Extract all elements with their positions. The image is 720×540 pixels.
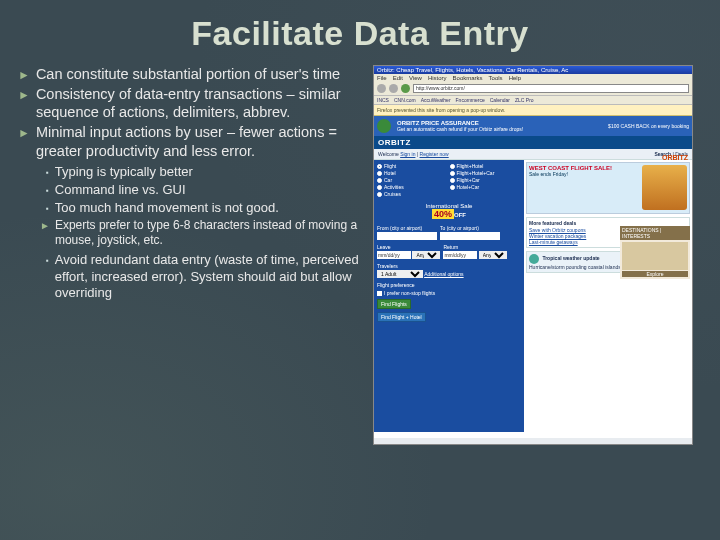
weather-heading: Tropical weather update	[542, 255, 599, 261]
return-label: Return	[443, 244, 506, 250]
square-bullet-icon: ▪	[46, 168, 49, 180]
menu-item[interactable]: History	[428, 75, 447, 81]
nonstop-checkbox[interactable]: I prefer non-stop flights	[377, 290, 521, 296]
browser-screenshot: Orbitz: Cheap Travel, Flights, Hotels, V…	[373, 65, 693, 445]
find-flight-hotel-button[interactable]: Find Flight + Hotel	[377, 312, 426, 322]
radio-label: Hotel	[384, 170, 396, 176]
radio-label: Flight+Hotel+Car	[457, 170, 495, 176]
bookmark-item[interactable]: Fncommerce	[456, 97, 485, 103]
bullet-1: Can constitute substantial portion of us…	[36, 65, 340, 83]
hurricane-icon	[529, 254, 539, 264]
menu-item[interactable]: Tools	[489, 75, 503, 81]
radio-flight-hotel[interactable]: Flight+Hotel	[450, 163, 522, 169]
intl-off: OFF	[454, 212, 466, 218]
checkbox-label: I prefer non-stop flights	[384, 290, 435, 296]
search-panel: Flight Hotel Car Activities Cruises Flig…	[374, 160, 524, 432]
radio-label: Activities	[384, 184, 404, 190]
menu-item[interactable]: File	[377, 75, 387, 81]
destinations-panel: DESTINATIONS | INTERESTS Explore	[620, 226, 690, 279]
menu-item[interactable]: View	[409, 75, 422, 81]
radio-label: Car	[384, 177, 392, 183]
bullet-arrow-icon: ►	[40, 220, 50, 248]
square-bullet-icon: ▪	[46, 186, 49, 198]
square-bullet-icon: ▪	[46, 204, 49, 216]
radio-hotel-car[interactable]: Hotel+Car	[450, 184, 522, 190]
sub-bullet-3: Too much hand movement is not good.	[55, 200, 279, 216]
radio-flight[interactable]: Flight	[377, 163, 449, 169]
pref-label: Flight preference	[377, 282, 521, 288]
leave-label: Leave	[377, 244, 440, 250]
radio-car[interactable]: Car	[377, 177, 449, 183]
bookmarks-bar: INCS CNN.com AccuWeather Fncommerce Cale…	[374, 96, 692, 105]
travelers-select[interactable]: 1 Adult	[377, 270, 423, 278]
radio-label: Cruises	[384, 191, 401, 197]
intl-sale-banner[interactable]: International Sale 40%OFF	[377, 201, 521, 221]
site-logo[interactable]: ORBITZ	[374, 136, 692, 149]
to-label: To (city or airport)	[440, 225, 500, 231]
sub-bullet-1: Typing is typically better	[55, 164, 193, 180]
return-time-select[interactable]: Anytime	[479, 251, 507, 259]
intl-percent: 40%	[432, 209, 454, 219]
signin-link[interactable]: Sign in	[400, 151, 415, 157]
radio-label: Flight+Car	[457, 177, 480, 183]
bookmark-item[interactable]: CNN.com	[394, 97, 416, 103]
map-image	[622, 242, 688, 270]
bookmark-item[interactable]: INCS	[377, 97, 389, 103]
leave-time-select[interactable]: Anytime	[412, 251, 440, 259]
bullet-arrow-icon: ►	[18, 88, 30, 121]
popup-blocked-notice[interactable]: Firefox prevented this site from opening…	[374, 105, 692, 116]
site-logo-secondary: ORBITZ	[662, 154, 688, 161]
promo-badge: $100 CASH BACK on every booking	[608, 123, 689, 129]
bullet-3: Minimal input actions by user – fewer ac…	[36, 123, 363, 159]
promo-subtitle: Get an automatic cash refund if your Orb…	[397, 126, 523, 132]
leave-date-input[interactable]	[377, 251, 411, 259]
menu-item[interactable]: Bookmarks	[453, 75, 483, 81]
sidebar-ad[interactable]: WEST COAST FLIGHT SALE! Sale ends Friday…	[526, 162, 690, 214]
destinations-heading: DESTINATIONS | INTERESTS	[620, 226, 690, 240]
radio-activities[interactable]: Activities	[377, 184, 449, 190]
sub-sub-bullet: Experts prefer to type 6-8 characters in…	[55, 218, 363, 248]
from-input[interactable]	[377, 232, 437, 240]
radio-flight-car[interactable]: Flight+Car	[450, 177, 522, 183]
back-button[interactable]	[377, 84, 386, 93]
radio-flight-hotel-car[interactable]: Flight+Hotel+Car	[450, 170, 522, 176]
welcome-text: Welcome	[378, 151, 399, 157]
browser-titlebar: Orbitz: Cheap Travel, Flights, Hotels, V…	[374, 66, 692, 74]
radio-hotel[interactable]: Hotel	[377, 170, 449, 176]
address-bar[interactable]: http://www.orbitz.com/	[413, 84, 689, 93]
travelers-label: Travelers	[377, 263, 521, 269]
explore-button[interactable]: Explore	[622, 271, 688, 277]
menu-item[interactable]: Edit	[393, 75, 403, 81]
shield-icon	[377, 119, 391, 133]
bullet-arrow-icon: ►	[18, 126, 30, 159]
radio-label: Hotel+Car	[457, 184, 480, 190]
bridge-image	[642, 165, 687, 210]
return-date-input[interactable]	[443, 251, 477, 259]
reload-button[interactable]	[401, 84, 410, 93]
sub-bullet-2: Command line vs. GUI	[55, 182, 186, 198]
menu-item[interactable]: Help	[509, 75, 521, 81]
sub-bullet-4: Avoid redundant data entry (waste of tim…	[55, 252, 363, 301]
radio-label: Flight	[384, 163, 396, 169]
slide-body: ►Can constitute substantial portion of u…	[18, 65, 363, 445]
register-link[interactable]: Register now	[420, 151, 449, 157]
radio-cruises[interactable]: Cruises	[377, 191, 449, 197]
bookmark-item[interactable]: Calendar	[490, 97, 510, 103]
from-label: From (city or airport)	[377, 225, 437, 231]
bookmark-item[interactable]: ZLC Pro	[515, 97, 534, 103]
browser-toolbar: http://www.orbitz.com/	[374, 82, 692, 96]
radio-label: Flight+Hotel	[457, 163, 484, 169]
bullet-2: Consistency of data-entry transactions –…	[36, 85, 363, 121]
promo-banner: ORBITZ PRICE ASSURANCE Get an automatic …	[374, 116, 692, 136]
bullet-arrow-icon: ►	[18, 68, 30, 83]
browser-menubar: File Edit View History Bookmarks Tools H…	[374, 74, 692, 82]
to-input[interactable]	[440, 232, 500, 240]
find-flights-button[interactable]: Find Flights	[377, 299, 411, 309]
additional-options-link[interactable]: Additional options	[424, 271, 463, 277]
forward-button[interactable]	[389, 84, 398, 93]
square-bullet-icon: ▪	[46, 256, 49, 301]
bookmark-item[interactable]: AccuWeather	[421, 97, 451, 103]
slide-title: Facilitate Data Entry	[18, 14, 702, 53]
